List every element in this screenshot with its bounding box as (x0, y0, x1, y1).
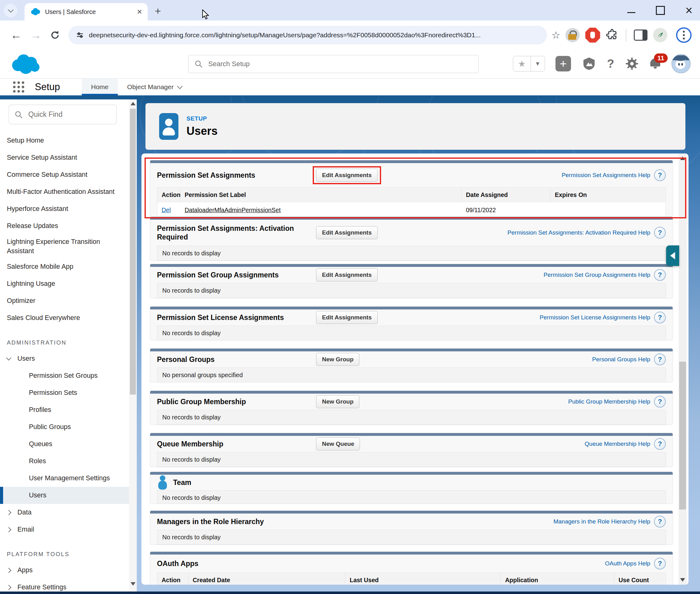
favorite-star-icon[interactable]: ★ (513, 56, 531, 71)
section-bar (150, 160, 673, 163)
edit-assignments-button[interactable]: Edit Assignments (316, 226, 378, 239)
new-group-button[interactable]: New Group (316, 353, 359, 366)
new-queue-button[interactable]: New Queue (316, 437, 360, 451)
help-question-icon[interactable]: ? (654, 516, 666, 528)
address-bar[interactable]: deepnetsecurity-dev-ed.lightning.force.c… (68, 26, 547, 44)
tab-home[interactable]: Home (82, 78, 118, 95)
sidebar-item-lightning-usage[interactable]: Lightning Usage (0, 275, 129, 292)
sidebar-scrollbar[interactable] (129, 99, 137, 594)
sidebar-item-mfa-assistant[interactable]: Multi-Factor Authentication Assistant (0, 183, 129, 200)
help-link[interactable]: Managers in the Role Hierarchy Help (553, 518, 650, 525)
forward-icon[interactable]: → (30, 29, 42, 42)
sidebar-item-sales-cloud-everywhere[interactable]: Sales Cloud Everywhere (0, 309, 129, 327)
sidebar-item-queues[interactable]: Queues (0, 435, 129, 453)
new-tab-button[interactable]: + (155, 5, 161, 17)
sidebar-item-email[interactable]: Email (0, 521, 129, 538)
sidebar-item-users-parent[interactable]: Users (0, 350, 129, 367)
side-panel-icon[interactable] (634, 30, 647, 41)
global-actions-icon[interactable]: + (555, 56, 571, 71)
chevron-down-icon (8, 7, 13, 12)
help-link[interactable]: Permission Set License Assignments Help (540, 314, 650, 321)
sidebar-item-optimizer[interactable]: Optimizer (0, 292, 129, 309)
notifications-bell-icon[interactable]: 11 (650, 58, 661, 69)
sidebar-item-service-setup-assistant[interactable]: Service Setup Assistant (0, 149, 129, 166)
help-link[interactable]: Permission Set Group Assignments Help (544, 271, 650, 278)
tab-search-button[interactable] (4, 4, 18, 18)
sidebar-item-users[interactable]: Users (0, 487, 129, 504)
del-link[interactable]: Del (162, 207, 171, 214)
salesforce-header: ★ ▼ + ? (0, 50, 700, 78)
new-group-button[interactable]: New Group (316, 395, 359, 408)
scroll-up-icon[interactable] (131, 102, 135, 105)
favorites-dropdown-icon[interactable]: ▼ (531, 56, 545, 71)
help-link[interactable]: Permission Set Assignments Help (562, 172, 650, 178)
sidebar-item-setup-home[interactable]: Setup Home (0, 132, 129, 149)
quick-find-input[interactable] (28, 110, 110, 119)
scroll-down-icon[interactable] (680, 578, 685, 582)
tab-object-manager[interactable]: Object Manager (118, 78, 191, 95)
browser-menu-icon[interactable] (676, 27, 692, 43)
collapse-panel-tab[interactable] (666, 245, 679, 266)
help-link[interactable]: OAuth Apps Help (605, 560, 650, 567)
sidebar-item-user-management-settings[interactable]: User Management Settings (0, 470, 129, 487)
content-scrollbar[interactable] (678, 154, 687, 585)
back-icon[interactable]: ← (10, 29, 22, 42)
extensions-puzzle-icon[interactable] (606, 29, 618, 41)
scrollbar-thumb[interactable] (679, 362, 686, 509)
help-question-icon[interactable]: ? (654, 438, 666, 450)
browser-profile-avatar[interactable] (653, 28, 667, 42)
help-link[interactable]: Permission Set Assignments: Activation R… (508, 229, 650, 236)
quick-find-box[interactable] (9, 105, 117, 124)
bookmark-star-icon[interactable]: ☆ (551, 29, 561, 41)
tab-close-icon[interactable]: × (137, 7, 142, 16)
help-question-icon[interactable]: ? (654, 311, 666, 323)
help-question-icon[interactable]: ? (654, 354, 666, 365)
sidebar-item-roles[interactable]: Roles (0, 453, 129, 470)
setup-search-input[interactable] (208, 60, 472, 68)
edit-assignments-button[interactable]: Edit Assignments (316, 311, 378, 324)
tab-title: Users | Salesforce (45, 8, 137, 15)
sidebar-item-permission-sets[interactable]: Permission Sets (0, 384, 129, 401)
sidebar-item-lex-transition-assistant[interactable]: Lightning Experience Transition Assistan… (0, 235, 112, 258)
window-minimize-button[interactable] (627, 12, 635, 13)
sidebar-item-hyperforce-assistant[interactable]: Hyperforce Assistant (0, 200, 129, 218)
help-link[interactable]: Public Group Membership Help (568, 398, 650, 405)
help-link[interactable]: Queue Membership Help (585, 440, 650, 448)
scroll-up-icon[interactable] (680, 157, 685, 160)
window-maximize-button[interactable] (656, 6, 665, 15)
sidebar-item-salesforce-mobile-app[interactable]: Salesforce Mobile App (0, 258, 129, 275)
sidebar-item-permission-set-groups[interactable]: Permission Set Groups (0, 367, 129, 384)
sidebar-item-public-groups[interactable]: Public Groups (0, 419, 129, 435)
help-question-icon[interactable]: ? (654, 169, 666, 181)
sidebar-item-apps[interactable]: Apps (0, 562, 129, 579)
help-question-icon[interactable]: ? (654, 396, 666, 407)
reload-icon[interactable] (50, 30, 60, 40)
adblock-extension-icon[interactable] (585, 28, 600, 42)
window-close-button[interactable]: × (686, 4, 693, 16)
favorites-button[interactable]: ★ ▼ (513, 56, 545, 71)
sidebar-item-data[interactable]: Data (0, 504, 129, 521)
setup-search-box[interactable] (188, 55, 479, 73)
help-link[interactable]: Personal Groups Help (592, 356, 650, 363)
user-avatar[interactable] (671, 54, 691, 73)
app-launcher-icon[interactable] (13, 81, 24, 93)
help-question-icon[interactable]: ? (654, 269, 666, 281)
browser-tab[interactable]: Users | Salesforce × (25, 3, 148, 21)
sidebar-item-release-updates[interactable]: Release Updates (0, 218, 129, 235)
scrollbar-thumb[interactable] (130, 109, 136, 395)
help-icon[interactable]: ? (607, 57, 614, 70)
edit-assignments-button[interactable]: Edit Assignments (316, 268, 378, 282)
help-question-icon[interactable]: ? (654, 227, 666, 239)
help-question-icon[interactable]: ? (654, 558, 666, 569)
password-extension-icon[interactable] (565, 28, 580, 42)
section-permission-set-assignments: Permission Set Assignments Edit Assignme… (150, 160, 673, 218)
permission-set-link[interactable]: DataloaderMfaAdminPermissionSet (185, 207, 281, 214)
scroll-down-icon[interactable] (131, 582, 135, 586)
setup-gear-icon[interactable] (625, 57, 639, 71)
edit-assignments-button[interactable]: Edit Assignments (316, 169, 378, 182)
site-settings-icon[interactable] (76, 31, 84, 39)
trailhead-icon[interactable] (581, 56, 597, 71)
sidebar-item-profiles[interactable]: Profiles (0, 401, 129, 419)
section-psa-activation-required: Permission Set Assignments: Activation R… (150, 217, 673, 261)
sidebar-item-commerce-setup-assistant[interactable]: Commerce Setup Assistant (0, 166, 129, 183)
